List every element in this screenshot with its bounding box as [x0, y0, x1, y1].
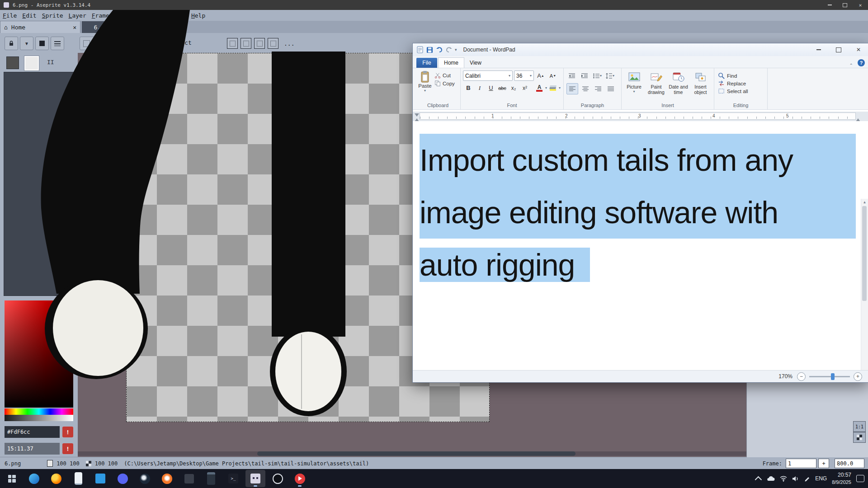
grow-font-button[interactable]: A▲ [535, 70, 546, 81]
background-color-swatch[interactable] [24, 56, 39, 70]
zoom-input[interactable]: 800.0 [835, 459, 864, 468]
save-icon[interactable] [426, 47, 433, 53]
aseprite-minimize-icon[interactable] [822, 0, 837, 10]
strikethrough-button[interactable]: abc [497, 83, 508, 93]
arrow-down-icon[interactable]: ▼ [20, 37, 33, 50]
taskbar-icon-phone-link[interactable] [68, 470, 88, 487]
font-color-dropdown-icon[interactable]: ▾ [545, 86, 547, 90]
italic-button[interactable]: I [474, 83, 485, 93]
paste-button[interactable]: Paste ▾ [415, 70, 434, 93]
frame-input[interactable]: 1 [786, 459, 816, 468]
taskbar-icon-media-player[interactable] [290, 470, 310, 487]
taskbar-icon-unity[interactable] [179, 470, 199, 487]
taskbar-icon-edge[interactable] [24, 470, 44, 487]
underline-button[interactable]: U [486, 83, 496, 93]
menu-view[interactable]: View [139, 11, 158, 20]
font-family-select[interactable]: Calibri▾ [463, 70, 513, 81]
zoom-slider-thumb[interactable] [831, 373, 835, 380]
transform-handle-icon-3[interactable] [254, 38, 265, 49]
tab-home[interactable]: ⌂ Home ✕ [0, 21, 80, 33]
tab-home-wordpad[interactable]: Home [438, 57, 464, 68]
transform-handle-icon-4[interactable] [268, 38, 278, 49]
taskbar-icon-discord[interactable] [113, 470, 132, 487]
wordpad-document[interactable]: Import custom tails from any image editi… [413, 121, 868, 370]
wordpad-maximize-icon[interactable] [829, 44, 849, 56]
copy-button[interactable]: Copy [434, 80, 455, 87]
foreground-color-swatch[interactable] [6, 56, 19, 69]
ruler-bar[interactable]: 1 2 3 4 5 [420, 113, 856, 120]
color-picker-gradient[interactable] [5, 300, 73, 408]
menu-frame[interactable]: Frame [89, 11, 112, 20]
undo-icon[interactable] [436, 47, 443, 53]
hsv-value-field[interactable]: 15:11.37 [5, 443, 60, 455]
tab-view[interactable]: View [464, 58, 487, 68]
canvas-hscrollbar[interactable] [78, 451, 746, 456]
ribbon-collapse-icon[interactable]: ⌃ [849, 63, 853, 68]
menu-help[interactable]: Help [189, 11, 208, 20]
paint-drawing-button[interactable]: Paint drawing [645, 70, 667, 106]
preview-grid-button[interactable] [853, 432, 866, 443]
redo-icon[interactable] [445, 47, 453, 53]
wifi-icon[interactable] [780, 475, 787, 482]
lock-icon[interactable] [5, 37, 18, 50]
hex-color-field[interactable]: #FdF6cc [5, 426, 60, 438]
color-warning-icon-2[interactable]: ! [62, 443, 73, 454]
language-indicator[interactable]: ENG [815, 475, 827, 482]
picture-button[interactable]: Picture ▾ [623, 70, 645, 106]
menu-layer[interactable]: Layer [66, 11, 89, 20]
zoom-in-button[interactable]: + [854, 372, 862, 381]
preview-zoom-1-1-button[interactable]: 1:1 [853, 421, 866, 432]
superscript-button[interactable]: x² [519, 83, 530, 93]
pixel-perfect-label[interactable]: pixel-perfect [146, 39, 192, 46]
scrollbar-thumb[interactable] [862, 206, 867, 301]
notification-icon[interactable] [856, 475, 864, 482]
color-warning-icon[interactable]: ! [62, 427, 73, 437]
taskbar-icon-calculator[interactable] [201, 470, 221, 487]
tab-6png[interactable]: 6.png [82, 21, 123, 33]
filled-square-icon[interactable] [35, 37, 49, 50]
font-size-select[interactable]: 36▾ [514, 70, 534, 81]
transform-handle-icon-2[interactable] [241, 38, 251, 49]
help-icon[interactable]: ? [858, 59, 865, 66]
menu-select[interactable]: Select [112, 11, 139, 20]
pen-icon[interactable] [804, 475, 810, 482]
taskbar-icon-steam[interactable] [135, 470, 155, 487]
date-time-button[interactable]: Date and time [667, 70, 689, 106]
aseprite-close-icon[interactable]: ✕ [853, 0, 868, 10]
hue-slider[interactable] [5, 408, 73, 415]
menu-options[interactable]: Options [158, 11, 189, 20]
insert-object-button[interactable]: Insert object [689, 70, 712, 106]
frame-add-button[interactable]: + [818, 459, 829, 468]
align-left-button[interactable] [566, 83, 578, 94]
replace-button[interactable]: Replace [718, 80, 767, 87]
align-center-button[interactable] [580, 84, 591, 94]
tab-file[interactable]: File [416, 58, 437, 68]
justify-button[interactable] [605, 84, 616, 94]
find-button[interactable]: Find [718, 72, 767, 80]
taskbar-icon-blender[interactable] [157, 470, 177, 487]
taskbar-icon-aseprite[interactable] [245, 470, 265, 487]
cut-button[interactable]: Cut [434, 72, 455, 79]
shrink-font-button[interactable]: A▼ [547, 70, 558, 81]
quick-access-dropdown-icon[interactable]: ▾ [455, 47, 457, 52]
zoom-slider[interactable] [809, 376, 850, 377]
menu-sprite[interactable]: Sprite [39, 11, 66, 20]
zoom-out-button[interactable]: − [797, 372, 806, 381]
taskbar-icon-obs[interactable] [268, 470, 288, 487]
volume-icon[interactable] [792, 476, 799, 482]
decrease-indent-button[interactable] [566, 70, 577, 81]
increase-indent-button[interactable] [579, 70, 590, 81]
document-scrollbar[interactable]: ▲ ▼ [861, 199, 868, 370]
aseprite-maximize-icon[interactable] [837, 0, 853, 10]
highlight-dropdown-icon[interactable]: ▾ [559, 86, 561, 90]
dotted-selection-icon[interactable]: ▾ [80, 37, 96, 50]
highlight-button[interactable] [547, 83, 558, 93]
line-spacing-button[interactable]: ▾ [604, 70, 615, 81]
menu-file[interactable]: File [0, 11, 19, 20]
taskbar-icon-firefox[interactable] [46, 470, 66, 487]
start-button[interactable] [2, 470, 22, 487]
taskbar-icon-vscode[interactable] [90, 470, 110, 487]
scroll-up-icon[interactable]: ▲ [861, 199, 868, 205]
wordpad-minimize-icon[interactable] [809, 44, 829, 56]
align-right-button[interactable] [593, 84, 604, 94]
